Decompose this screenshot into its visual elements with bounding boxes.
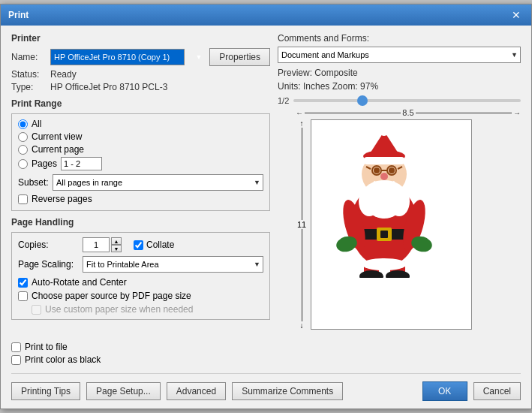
arrow-left-icon: ← (296, 109, 303, 117)
choose-paper-row: Choose paper source by PDF page size (18, 291, 263, 301)
reverse-pages-row: Reverse pages (18, 194, 263, 204)
svg-rect-3 (380, 231, 388, 238)
slider-track (293, 99, 521, 102)
preview-units: Units: Inches Zoom: 97% (278, 81, 521, 92)
printer-section-label: Printer (11, 33, 270, 44)
title-bar: Print ✕ (1, 5, 531, 26)
choose-paper-checkbox[interactable] (18, 291, 28, 301)
cf-select-wrapper: Document and MarkupsDocumentForm Fields … (278, 47, 521, 63)
auto-rotate-row: Auto-Rotate and Center (18, 277, 263, 288)
page-handling-group: Copies: ▲ ▼ Collate (11, 232, 270, 320)
left-panel: Printer Name: HP OfficeJet Pro 8710 (Cop… (11, 33, 270, 330)
collate-row: Collate (134, 240, 174, 250)
print-to-file-label: Print to file (25, 342, 68, 352)
bottom-right-buttons: OK Cancel (422, 381, 521, 401)
svg-point-14 (389, 167, 395, 173)
radio-pages-label: Pages (32, 158, 57, 169)
print-to-file-row: Print to file (11, 342, 521, 352)
preview-title: Preview: Composite (278, 68, 521, 78)
slider-row: 1/2 (278, 96, 521, 105)
preview-section: Preview: Composite Units: Inches Zoom: 9… (278, 68, 521, 330)
preview-page-area: ↑ 11 ↓ (296, 119, 521, 330)
scaling-row: Page Scaling: Fit to Printable AreaFit t… (18, 256, 263, 273)
page-setup-button[interactable]: Page Setup... (86, 382, 161, 400)
v-line-top (302, 128, 302, 220)
v-line-bottom (302, 229, 302, 321)
scaling-select-wrapper: Fit to Printable AreaFit to PageNoneRedu… (83, 256, 263, 273)
properties-button[interactable]: Properties (209, 48, 270, 66)
copies-up-button[interactable]: ▲ (111, 237, 122, 245)
spinner-buttons: ▲ ▼ (111, 237, 122, 252)
cf-label: Comments and Forms: (278, 33, 369, 44)
bottom-left-buttons: Printing Tips Page Setup... Advanced Sum… (11, 382, 343, 400)
collate-label: Collate (146, 240, 174, 250)
summarize-button[interactable]: Summarize Comments (232, 382, 343, 400)
radio-current-page-row: Current page (18, 144, 263, 155)
print-color-checkbox[interactable] (11, 355, 21, 365)
arrow-up-icon: ↑ (300, 119, 304, 128)
svg-point-13 (374, 167, 380, 173)
status-row: Status: Ready (11, 69, 270, 80)
bottom-section: Print to file Print color as black Print… (1, 337, 531, 408)
copies-input[interactable] (83, 237, 110, 252)
svg-point-12 (368, 194, 401, 219)
reverse-pages-checkbox[interactable] (18, 194, 28, 204)
reverse-pages-label: Reverse pages (32, 194, 92, 204)
print-dialog: Print ✕ Printer Name: HP OfficeJet Pro 8… (0, 4, 532, 409)
printer-select[interactable]: HP OfficeJet Pro 8710 (Copy 1) (50, 49, 185, 65)
right-panel: Comments and Forms: Document and Markups… (278, 33, 521, 330)
print-range-section: Print Range All Current view Current pag… (11, 98, 270, 211)
svg-rect-7 (364, 157, 404, 164)
cf-row: Comments and Forms: (278, 33, 521, 44)
comments-forms-section: Comments and Forms: Document and Markups… (278, 33, 521, 63)
collate-checkbox[interactable] (134, 240, 143, 250)
printer-select-wrapper: HP OfficeJet Pro 8710 (Copy 1) (50, 49, 205, 65)
printing-tips-button[interactable]: Printing Tips (11, 382, 80, 400)
advanced-button[interactable]: Advanced (167, 382, 226, 400)
width-dimension: ← 8.5 → (296, 108, 521, 117)
radio-current-view[interactable] (18, 132, 28, 142)
radio-current-view-label: Current view (32, 131, 82, 142)
pages-input[interactable] (61, 157, 102, 170)
close-button[interactable]: ✕ (509, 9, 524, 21)
subset-select[interactable]: All pages in rangeOdd pages onlyEven pag… (53, 174, 263, 191)
page-handling-section: Page Handling Copies: ▲ ▼ (11, 217, 270, 320)
slider-thumb[interactable] (357, 95, 368, 106)
radio-pages[interactable] (18, 159, 28, 169)
auto-rotate-label: Auto-Rotate and Center (32, 277, 127, 288)
svg-point-30 (362, 258, 407, 270)
radio-pages-row: Pages (18, 157, 263, 170)
radio-current-page[interactable] (18, 145, 28, 155)
subset-label: Subset: (18, 177, 48, 188)
radio-all[interactable] (18, 119, 28, 129)
arrow-right-icon: → (513, 109, 521, 117)
scaling-select[interactable]: Fit to Printable AreaFit to PageNoneRedu… (83, 256, 263, 273)
scaling-label: Page Scaling: (18, 259, 78, 270)
radio-current-view-row: Current view (18, 131, 263, 142)
radio-current-page-label: Current page (32, 144, 84, 155)
page-handling-label: Page Handling (11, 217, 270, 228)
santa-image (323, 128, 446, 278)
dialog-title: Print (8, 10, 29, 20)
svg-point-29 (369, 182, 399, 191)
svg-point-28 (386, 270, 410, 278)
print-to-file-checkbox[interactable] (11, 342, 21, 352)
type-label: Type: (11, 82, 46, 92)
name-label: Name: (11, 52, 46, 62)
use-custom-label: Use custom paper size when needed (45, 304, 193, 315)
arrow-down-icon: ↓ (300, 321, 304, 330)
width-dim-container: ← 8.5 → (296, 108, 521, 117)
copies-down-button[interactable]: ▼ (111, 245, 122, 252)
subset-row: Subset: All pages in rangeOdd pages only… (18, 174, 263, 191)
use-custom-row: Use custom paper size when needed (32, 304, 263, 315)
copies-spinner: ▲ ▼ (83, 237, 122, 252)
copies-row: Copies: ▲ ▼ Collate (18, 237, 263, 252)
ok-button[interactable]: OK (422, 381, 467, 401)
print-range-label: Print Range (11, 98, 270, 109)
cf-select[interactable]: Document and MarkupsDocumentForm Fields … (278, 47, 521, 63)
printer-name-row: Name: HP OfficeJet Pro 8710 (Copy 1) Pro… (11, 48, 270, 66)
cancel-button[interactable]: Cancel (473, 382, 521, 400)
print-color-row: Print color as black (11, 354, 521, 365)
use-custom-checkbox[interactable] (32, 305, 41, 315)
auto-rotate-checkbox[interactable] (18, 278, 28, 288)
